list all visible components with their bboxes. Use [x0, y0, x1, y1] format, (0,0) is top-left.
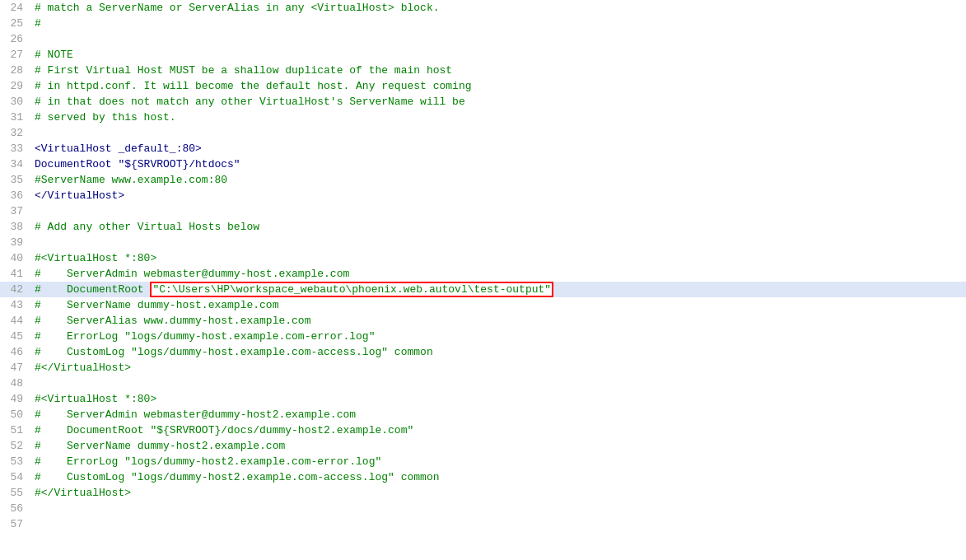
- code-line: 52# ServerName dummy-host2.example.com: [0, 438, 966, 454]
- line-content: # in that does not match any other Virtu…: [31, 96, 465, 108]
- line-number: 38: [0, 221, 31, 233]
- line-number: 46: [0, 346, 31, 358]
- code-line: 27# NOTE: [0, 47, 966, 63]
- line-number: 35: [0, 174, 31, 186]
- line-content: DocumentRoot "${SRVROOT}/htdocs": [31, 158, 240, 170]
- line-content: # ServerName dummy-host2.example.com: [31, 440, 285, 452]
- line-content: </VirtualHost>: [31, 189, 124, 202]
- code-line: 37: [0, 203, 966, 219]
- code-line: 40#<VirtualHost *:80>: [0, 250, 966, 266]
- line-number: 49: [0, 393, 31, 405]
- line-number: 42: [0, 283, 31, 296]
- line-number: 36: [0, 189, 31, 202]
- code-line: 50# ServerAdmin webmaster@dummy-host2.ex…: [0, 407, 966, 422]
- code-line: 26: [0, 31, 966, 47]
- code-line: 55#</VirtualHost>: [0, 485, 966, 501]
- line-content: # ServerAlias www.dummy-host.example.com: [31, 315, 310, 327]
- code-line: 32: [0, 125, 966, 141]
- code-line: 57: [0, 516, 966, 532]
- line-content: #<VirtualHost *:80>: [31, 393, 156, 405]
- selected-path: "C:\Users\HP\workspace_webauto\phoenix.w…: [150, 282, 553, 297]
- line-number: 52: [0, 440, 31, 452]
- line-number: 45: [0, 330, 31, 343]
- line-content: # DocumentRoot "${SRVROOT}/docs/dummy-ho…: [31, 424, 413, 436]
- line-number: 43: [0, 299, 31, 311]
- line-number: 25: [0, 17, 31, 30]
- line-number: 53: [0, 455, 31, 468]
- code-line: 47#</VirtualHost>: [0, 360, 966, 376]
- line-content: #: [31, 17, 41, 30]
- code-line: 46# CustomLog "logs/dummy-host.example.c…: [0, 344, 966, 360]
- line-number: 28: [0, 64, 31, 77]
- code-line: 44# ServerAlias www.dummy-host.example.c…: [0, 313, 966, 329]
- code-line: 53# ErrorLog "logs/dummy-host2.example.c…: [0, 454, 966, 469]
- code-line: 25#: [0, 16, 966, 31]
- line-content: # CustomLog "logs/dummy-host2.example.co…: [31, 471, 439, 483]
- code-line: 45# ErrorLog "logs/dummy-host.example.co…: [0, 329, 966, 344]
- line-content: # ServerName dummy-host.example.com: [31, 299, 278, 311]
- line-number: 50: [0, 408, 31, 421]
- line-number: 32: [0, 127, 31, 139]
- line-number: 39: [0, 236, 31, 249]
- line-number: 57: [0, 518, 31, 530]
- line-content: <VirtualHost _default_:80>: [31, 142, 202, 155]
- line-content: #ServerName www.example.com:80: [31, 174, 227, 186]
- line-content: # First Virtual Host MUST be a shallow d…: [31, 64, 452, 77]
- line-number: 48: [0, 377, 31, 390]
- line-number: 40: [0, 252, 31, 264]
- line-content: # served by this host.: [31, 111, 176, 124]
- line-content: # in httpd.conf. It will become the defa…: [31, 80, 472, 92]
- line-number: 51: [0, 424, 31, 436]
- code-editor: 24# match a ServerName or ServerAlias in…: [0, 0, 966, 560]
- code-line: 24# match a ServerName or ServerAlias in…: [0, 0, 966, 16]
- line-number: 41: [0, 268, 31, 280]
- code-line: 42# DocumentRoot "C:\Users\HP\workspace_…: [0, 282, 966, 297]
- code-line: 48: [0, 376, 966, 391]
- line-number: 30: [0, 96, 31, 108]
- code-line: 49#<VirtualHost *:80>: [0, 391, 966, 407]
- code-line: 31# served by this host.: [0, 110, 966, 125]
- code-line: 29# in httpd.conf. It will become the de…: [0, 78, 966, 94]
- line-content: # CustomLog "logs/dummy-host.example.com…: [31, 346, 433, 358]
- code-line: 33<VirtualHost _default_:80>: [0, 141, 966, 156]
- line-number: 47: [0, 362, 31, 374]
- line-number: 44: [0, 315, 31, 327]
- code-line: 35#ServerName www.example.com:80: [0, 172, 966, 188]
- line-number: 56: [0, 502, 31, 515]
- line-number: 27: [0, 49, 31, 61]
- line-content: # ServerAdmin webmaster@dummy-host2.exam…: [31, 408, 356, 421]
- line-number: 54: [0, 471, 31, 483]
- code-line: 43# ServerName dummy-host.example.com: [0, 297, 966, 313]
- line-content: # DocumentRoot "C:\Users\HP\workspace_we…: [31, 283, 553, 296]
- line-content: # ServerAdmin webmaster@dummy-host.examp…: [31, 268, 349, 280]
- line-content: # match a ServerName or ServerAlias in a…: [31, 2, 439, 14]
- code-line: 36</VirtualHost>: [0, 188, 966, 203]
- code-line: 56: [0, 501, 966, 516]
- code-line: 51# DocumentRoot "${SRVROOT}/docs/dummy-…: [0, 422, 966, 438]
- line-content: #</VirtualHost>: [31, 362, 131, 374]
- code-line: 28# First Virtual Host MUST be a shallow…: [0, 63, 966, 78]
- line-content: # ErrorLog "logs/dummy-host2.example.com…: [31, 455, 381, 468]
- line-content: #</VirtualHost>: [31, 487, 131, 499]
- line-number: 34: [0, 158, 31, 170]
- line-content: # NOTE: [31, 49, 73, 61]
- code-line: 54# CustomLog "logs/dummy-host2.example.…: [0, 469, 966, 485]
- line-content: #<VirtualHost *:80>: [31, 252, 156, 264]
- line-number: 26: [0, 33, 31, 45]
- line-content: # Add any other Virtual Hosts below: [31, 221, 259, 233]
- line-number: 37: [0, 205, 31, 217]
- line-number: 31: [0, 111, 31, 124]
- line-number: 24: [0, 2, 31, 14]
- line-number: 33: [0, 142, 31, 155]
- line-number: 29: [0, 80, 31, 92]
- code-line: 39: [0, 235, 966, 250]
- line-number: 55: [0, 487, 31, 499]
- code-line: 34DocumentRoot "${SRVROOT}/htdocs": [0, 156, 966, 172]
- line-content: # ErrorLog "logs/dummy-host.example.com-…: [31, 330, 375, 343]
- code-line: 41# ServerAdmin webmaster@dummy-host.exa…: [0, 266, 966, 282]
- code-line: 30# in that does not match any other Vir…: [0, 94, 966, 110]
- code-line: 38# Add any other Virtual Hosts below: [0, 219, 966, 235]
